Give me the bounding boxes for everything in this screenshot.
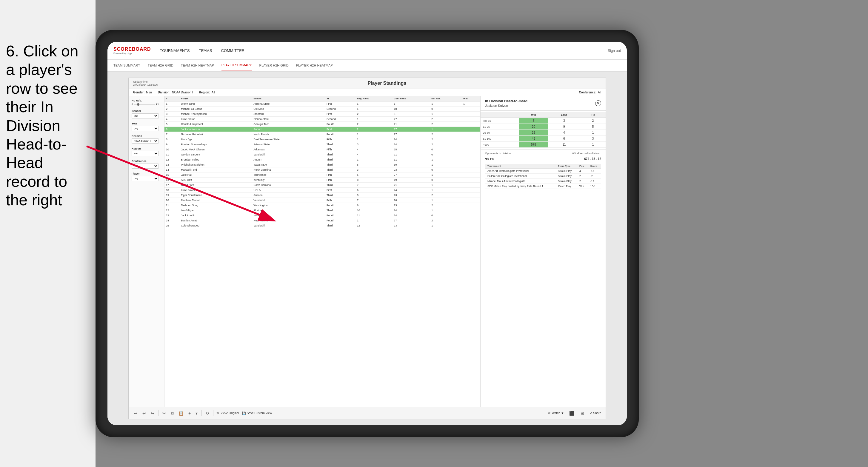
nav-tournaments[interactable]: TOURNAMENTS — [160, 47, 190, 54]
paste-button[interactable]: 📋 — [178, 410, 184, 416]
gender-select[interactable]: Men — [132, 114, 158, 119]
conference-select[interactable]: (All) — [132, 163, 158, 168]
copy-button[interactable]: ⧉ — [170, 410, 175, 416]
cut-button[interactable]: ✂ — [161, 410, 167, 416]
sub-nav-team-summary[interactable]: TEAM SUMMARY — [114, 61, 140, 70]
more-button[interactable]: ▾ — [195, 410, 198, 416]
cell-conf-rank: 23 — [393, 167, 430, 173]
table-row[interactable]: 21 Taehoon Song Washington Fourth 6 23 2 — [164, 203, 480, 208]
cell-yr: Fourth — [325, 203, 355, 208]
cell-num: 4 — [164, 117, 179, 122]
table-row[interactable]: 11 Gordon Sargent Vanderbilt Third 4 21 … — [164, 152, 480, 157]
redo-button[interactable]: ↩ — [142, 410, 147, 416]
watch-button[interactable]: 👁 Watch ▼ — [548, 411, 564, 415]
tournament-row[interactable]: Mirabel Maui Jim Intercollegiate Stroke … — [485, 179, 601, 184]
view-original-button[interactable]: 👁 View: Original — [216, 411, 239, 415]
undo-button[interactable]: ↩ — [133, 410, 138, 416]
cell-conf-rank: 24 — [393, 208, 430, 213]
table-row[interactable]: 13 Phichakun Maichon Texas A&M Third 6 3… — [164, 162, 480, 167]
table-row[interactable]: 1 Wenyi Ding Arizona State First 1 1 1 1 — [164, 101, 480, 106]
sub-nav-team-h2h-heatmap[interactable]: TEAM H2H HEATMAP — [181, 61, 214, 70]
table-row[interactable]: 7 Nicholas Gabrelcik North Florida Fourt… — [164, 132, 480, 137]
table-row[interactable]: 6 Jackson Koivun Auburn First 2 17 1 — [164, 127, 480, 132]
cell-win — [462, 157, 480, 162]
table-row[interactable]: 24 Bastien Amat New Mexico Fourth 1 27 2 — [164, 218, 480, 223]
no-rds-slider[interactable] — [134, 104, 155, 105]
cell-conf-rank: 23 — [393, 223, 430, 228]
add-button[interactable]: + — [187, 410, 192, 416]
table-row[interactable]: 16 Alex Goff Kentucky Fifth 8 19 0 — [164, 178, 480, 183]
tourn-score: -7 — [588, 174, 601, 179]
redo2-button[interactable]: ↪ — [150, 410, 155, 416]
sign-out-link[interactable]: Sign out — [608, 49, 621, 53]
close-button[interactable]: ✕ — [595, 100, 601, 106]
cell-conf-rank: 1 — [393, 101, 430, 106]
col-no-rds: No. Rds. — [430, 96, 462, 101]
division-select[interactable]: NCAA Division I — [132, 138, 158, 144]
cell-win — [462, 183, 480, 188]
left-filters: No Rds. 6 12 Gender — [129, 96, 164, 407]
h2h-row: >100 578 11 1 — [480, 142, 606, 148]
table-row[interactable]: 10 Jacob Mock Olesen Arkansas Fifth 4 25… — [164, 147, 480, 152]
tournament-row[interactable]: Fallen Oak Collegiate Invitational Strok… — [485, 174, 601, 179]
cell-win — [462, 162, 480, 167]
conference-value: All — [598, 91, 601, 94]
cell-num: 13 — [164, 162, 179, 167]
year-select[interactable]: (All) — [132, 126, 158, 131]
sub-nav-player-h2h-grid[interactable]: PLAYER H2H GRID — [259, 61, 289, 70]
player-select[interactable]: (All) — [132, 176, 158, 181]
table-row[interactable]: 9 Preston Summerhays Arizona State Third… — [164, 142, 480, 147]
nav-teams[interactable]: TEAMS — [199, 47, 212, 54]
table-row[interactable]: 14 Maxwell Ford North Carolina Third 3 2… — [164, 167, 480, 173]
table-row[interactable]: 20 Matthew Riedel Vanderbilt Fifth 7 26 … — [164, 198, 480, 203]
cell-school: Washington — [252, 203, 325, 208]
table-row[interactable]: 25 Cole Sherwood Vanderbilt Third 12 23 … — [164, 223, 480, 228]
table-row[interactable]: 5 Christo Lamprecht Georgia Tech Fourth … — [164, 122, 480, 127]
region-select[interactable]: N/A — [132, 151, 158, 156]
cell-conf-rank: 27 — [393, 132, 430, 137]
slider-thumb — [137, 103, 140, 106]
table-row[interactable]: 8 Mats Ege East Tennessee State Fifth 1 … — [164, 137, 480, 142]
cell-reg-rank: 7 — [355, 198, 393, 203]
nav-committee[interactable]: COMMITTEE — [221, 47, 244, 54]
player-filter-title: Player — [132, 172, 161, 175]
sub-nav-team-h2h-grid[interactable]: TEAM H2H GRID — [148, 61, 174, 70]
table-row[interactable]: 2 Michael La Sasso Ole Miss Second 1 18 … — [164, 106, 480, 112]
cell-win: 1 — [462, 101, 480, 106]
cell-yr: Third — [325, 142, 355, 147]
view-original-label: View: Original — [221, 411, 239, 415]
h2h-player: Jackson Koivun — [485, 104, 527, 107]
cell-no-rds: 0 — [430, 106, 462, 112]
cell-player: Jackson Koivun — [179, 127, 252, 132]
table-row[interactable]: 19 Tiger Christensen Arizona Third 8 23 … — [164, 193, 480, 198]
tournament-table: Tournament Event Type Pos Score Amer Art… — [485, 164, 601, 189]
toolbar-icon-1[interactable]: ⬛ — [568, 410, 575, 416]
right-h2h-panel: In Division Head-to-Head Jackson Koivun … — [480, 96, 606, 407]
h2h-tie: 1 — [580, 130, 606, 136]
table-row[interactable]: 22 Ian Gilligan Florida Third 10 24 1 — [164, 208, 480, 213]
table-row[interactable]: 12 Brendan Valles Auburn Third 1 11 1 — [164, 157, 480, 162]
cell-yr: Third — [325, 162, 355, 167]
table-row[interactable]: 15 Jake Hall Tennessee Fifth 5 27 1 — [164, 173, 480, 178]
save-custom-button[interactable]: 💾 Save Custom View — [242, 411, 272, 415]
cell-yr: Third — [325, 193, 355, 198]
sub-nav-player-h2h-heatmap[interactable]: PLAYER H2H HEATMAP — [296, 61, 333, 70]
share-button[interactable]: ↗ Share — [590, 411, 601, 415]
table-row[interactable]: 4 Luke Claton Florida State Second 1 27 … — [164, 117, 480, 122]
refresh-button[interactable]: ↻ — [205, 410, 210, 416]
sub-nav-player-summary[interactable]: PLAYER SUMMARY — [221, 60, 252, 70]
cell-player: Maxwell Ford — [179, 167, 252, 173]
toolbar-icon-2[interactable]: ⊞ — [580, 410, 585, 416]
cell-player: Cole Sherwood — [179, 223, 252, 228]
table-row[interactable]: 18 Luke Powell UCLA First 6 24 1 — [164, 188, 480, 193]
gender-label: Gender: — [133, 91, 145, 94]
table-row[interactable]: 23 Jack Lundin Missouri Fourth 11 24 0 — [164, 213, 480, 218]
table-row[interactable]: 17 David Ford North Carolina Third 7 21 … — [164, 183, 480, 188]
tournament-row[interactable]: Amer Art Intercollegiate Invitational St… — [485, 168, 601, 174]
cell-num: 9 — [164, 142, 179, 147]
table-row[interactable]: 3 Michael Thorbjornsen Stanford First 2 … — [164, 112, 480, 117]
cell-school: Arizona — [252, 193, 325, 198]
share-label: Share — [593, 411, 601, 415]
tourn-name: SEC Match Play hosted by Jerry Pate Roun… — [485, 184, 556, 189]
tournament-row[interactable]: SEC Match Play hosted by Jerry Pate Roun… — [485, 184, 601, 189]
